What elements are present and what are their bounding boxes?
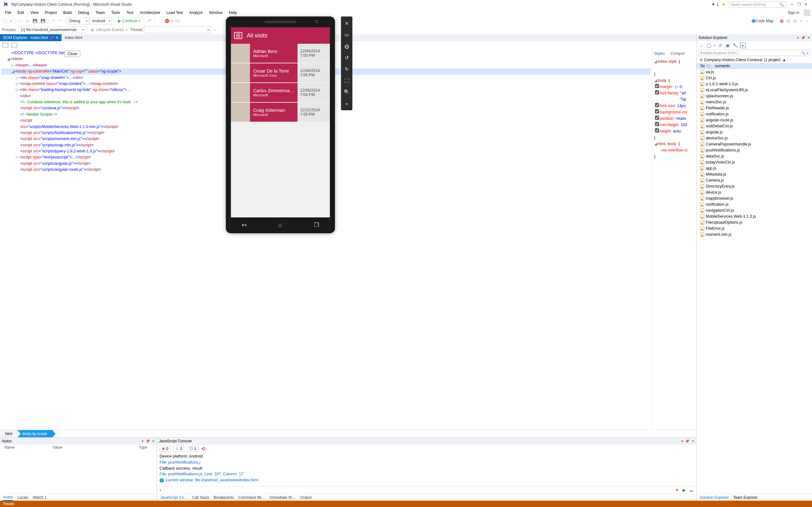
file-node[interactable]: pushNotifications.js — [697, 147, 812, 153]
hamburger-icon[interactable] — [234, 32, 242, 39]
android-emulator[interactable]: All visits Adrian BorsMicrosoft12/04/201… — [226, 16, 335, 233]
solution-root[interactable]: tiCompany.Visitors.Client.Cordova' (1 pr… — [697, 57, 812, 63]
menu-window[interactable]: Window — [206, 9, 226, 16]
tab-immediate[interactable]: Immediate W… — [270, 495, 296, 500]
dropdown-icon[interactable]: ▾ — [797, 36, 799, 40]
emu-rotate-right-icon[interactable]: ↻ — [342, 65, 351, 73]
menu-debug[interactable]: Debug — [75, 9, 92, 16]
errors-filter[interactable]: ⊗0 — [159, 446, 171, 452]
select-element-icon[interactable] — [3, 43, 8, 48]
visit-row[interactable]: Craig KittermanMicrosoft12/12/20147:05 P… — [231, 103, 330, 122]
file-node[interactable]: navigationCtrl.js — [697, 208, 812, 214]
nav-back-icon[interactable]: ↤ — [242, 222, 247, 228]
rule-toggle[interactable] — [655, 116, 659, 120]
tab-jsconsole[interactable]: JavaScript Co… — [160, 495, 188, 500]
rule-toggle[interactable] — [655, 90, 659, 95]
refresh-icon[interactable]: 🗲 — [146, 17, 153, 24]
menu-team[interactable]: Team — [92, 9, 108, 16]
emu-power-icon[interactable]: ⏻ — [342, 42, 351, 51]
rule-toggle[interactable] — [655, 109, 659, 113]
visit-row[interactable]: Adrian BorsMicrosoft12/04/20147:03 PM — [231, 44, 330, 63]
menu-build[interactable]: Build — [60, 9, 75, 16]
file-node[interactable]: deviceSvc.js — [697, 135, 812, 141]
console-log[interactable]: Device platform: AndroidFile: pushNotifi… — [157, 453, 696, 486]
menu-file[interactable]: File — [2, 9, 14, 16]
menu-view[interactable]: View — [27, 9, 42, 16]
process-dropdown[interactable]: [1] file:///android_asset/www/inde — [19, 26, 85, 33]
menu-architecture[interactable]: Architecture — [137, 9, 163, 16]
emu-minimize-icon[interactable]: ▭ — [342, 31, 351, 39]
file-node[interactable]: angular.js — [697, 129, 812, 135]
clear-icon[interactable]: ⟲ — [201, 446, 205, 452]
file-node[interactable]: angular-route.js — [697, 117, 812, 123]
save-all-icon[interactable]: 💾 — [39, 17, 47, 24]
info-filter[interactable]: ⓘ1 — [187, 446, 199, 452]
close-icon[interactable]: ✕ — [692, 439, 694, 443]
console-clear-icon[interactable]: ✕ — [675, 488, 679, 493]
console-run-icon[interactable]: ▶ — [682, 488, 686, 493]
console-prompt[interactable]: › — [159, 488, 161, 493]
file-node[interactable]: eLocalFileSystemURI.js — [697, 87, 812, 93]
restore-button[interactable]: ❐ — [796, 1, 803, 8]
nav-home-icon[interactable]: ⌂ — [278, 222, 282, 228]
undo-icon[interactable]: ↶ — [51, 17, 56, 24]
nav-back-icon[interactable]: ◯ — [2, 17, 9, 24]
sync-icon[interactable]: ↺ — [717, 43, 723, 48]
sign-in-link[interactable]: Sign in — [784, 9, 803, 16]
codemap-button[interactable]: 🔷 Code Map — [750, 17, 774, 24]
file-node[interactable]: visitDetailCtrl.js — [697, 123, 812, 129]
file-node[interactable]: CameraPopoverHandle.js — [697, 141, 812, 147]
tab-callstack[interactable]: Call Stack — [192, 495, 209, 500]
file-node[interactable]: app.js — [697, 165, 812, 171]
file-node[interactable]: DirectoryEntry.js — [697, 183, 812, 189]
solution-search-input[interactable]: Solution Explorer (Ctrl+;)🔍 ▾ — [699, 50, 810, 56]
file-node[interactable]: FileUploadOptions.js — [697, 220, 812, 226]
home-icon[interactable]: ⌂ — [699, 43, 704, 48]
file-node[interactable]: Ctrl.js — [697, 75, 812, 81]
emulator-screen[interactable]: All visits Adrian BorsMicrosoft12/04/201… — [231, 27, 330, 217]
notifications[interactable]: ▼1 — [711, 2, 719, 7]
thread-icon[interactable]: ▭ — [211, 26, 217, 33]
console-expand-icon[interactable]: ︽ — [690, 487, 694, 493]
file-node[interactable]: dataSvc.js — [697, 153, 812, 159]
file-node[interactable]: Metadata.js — [697, 171, 812, 177]
crumb-html[interactable]: html — [0, 430, 17, 437]
redo-icon[interactable]: ↷ — [57, 17, 63, 24]
close-button[interactable]: ✕ — [803, 1, 809, 8]
col-name[interactable]: Name — [4, 445, 14, 451]
dropdown-icon[interactable]: ▾ — [681, 439, 683, 443]
tab-command[interactable]: Command Wi… — [238, 495, 265, 500]
styles-rules[interactable]: ◢Inline style { } ◢body { margin: ▷ 0; f… — [652, 58, 696, 430]
tab-autos[interactable]: Autos — [3, 494, 13, 501]
file-node[interactable]: FileError.js — [697, 226, 812, 232]
dropdown-icon[interactable]: ▾ — [142, 439, 144, 443]
file-node[interactable]: FileReader.js — [697, 105, 812, 111]
close-icon[interactable]: ✕ — [152, 439, 155, 443]
tab-team-explorer[interactable]: Team Explorer — [733, 495, 757, 500]
diag-icon[interactable]: ▨ — [779, 17, 785, 24]
menu-loadtest[interactable]: Load Test — [163, 9, 186, 16]
layout-icon-4[interactable]: ▭ — [804, 17, 810, 24]
nav-fwd-icon[interactable]: ▸ — [9, 17, 14, 24]
tab-index-html[interactable]: index.html — [61, 34, 85, 41]
menu-analyze[interactable]: Analyze — [186, 9, 206, 16]
solution-tree[interactable]: tiCompany.Visitors.Client.Cordova' (1 pr… — [697, 57, 812, 494]
tab-breakpoints[interactable]: Breakpoints — [214, 495, 234, 500]
config-dropdown[interactable]: Debug — [67, 17, 89, 24]
platform-dropdown[interactable]: Android — [90, 17, 112, 24]
file-node[interactable]: notification.js — [697, 111, 812, 117]
pin-icon[interactable]: 📌 — [146, 439, 150, 443]
menu-tools[interactable]: Tools — [108, 9, 123, 16]
file-node[interactable]: va.js — [697, 69, 812, 75]
continue-button[interactable]: ▶Continue▾ — [116, 19, 142, 23]
step-icon[interactable]: ⬚ — [157, 17, 163, 24]
file-node[interactable]: menuSvc.js — [697, 99, 812, 105]
styles-tab[interactable]: Styles — [654, 51, 665, 56]
layout-icon-2[interactable]: ▤ — [792, 17, 798, 24]
col-value[interactable]: Value — [53, 445, 62, 451]
pin-icon[interactable]: 📌 — [50, 36, 54, 40]
new-item-icon[interactable]: ▭ — [18, 17, 24, 24]
visit-row[interactable]: Carlos Zimmerma…Microsoft12/06/20147:04 … — [231, 83, 330, 102]
tab-output[interactable]: Output — [300, 495, 311, 500]
lifecycle-icon[interactable]: ▣ — [90, 26, 96, 33]
